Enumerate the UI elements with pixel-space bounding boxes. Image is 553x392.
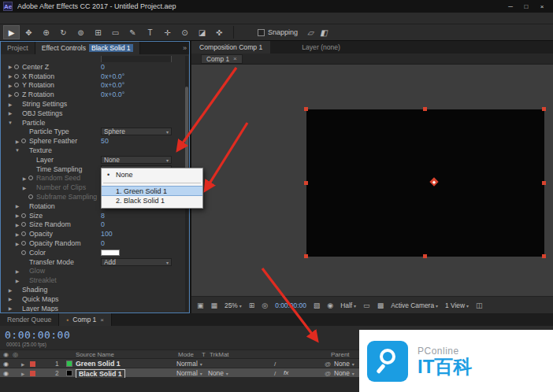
expander-icon[interactable]: ▶ (6, 92, 14, 98)
selection-handle[interactable] (423, 254, 427, 258)
effect-param-row[interactable]: ▶ Size Random 0 (2, 220, 184, 230)
param-value[interactable]: 0x+0.0° (101, 81, 124, 89)
tab-project[interactable]: Project (1, 42, 35, 54)
selection-handle[interactable] (423, 107, 427, 111)
effect-param-row[interactable]: ▶ Shading (2, 285, 184, 294)
layer-name[interactable]: Black Solid 1 (76, 369, 125, 379)
effect-param-row[interactable]: ▶ Quick Maps (2, 294, 184, 304)
stopwatch-icon[interactable] (14, 83, 22, 87)
selection-handle[interactable] (542, 254, 546, 258)
param-value[interactable]: 0x+0.0° (101, 91, 124, 98)
snapping-checkbox[interactable] (258, 29, 265, 36)
expander-icon[interactable]: ▶ (6, 110, 14, 116)
stopwatch-icon[interactable] (28, 194, 36, 199)
effect-param-row[interactable]: ▶ Opacity Random 0 (2, 239, 184, 248)
pan-behind-tool-icon[interactable]: ⊞ (90, 25, 106, 39)
dropdown-option-none[interactable]: • None (102, 170, 202, 180)
clone-stamp-tool-icon[interactable]: ⊙ (176, 25, 193, 39)
stopwatch-icon[interactable] (21, 250, 29, 255)
selection-handle[interactable] (542, 181, 546, 185)
maximize-button[interactable]: □ (518, 3, 534, 10)
zoom-tool-icon[interactable]: ⊕ (38, 25, 54, 39)
param-value[interactable]: 8 (101, 212, 105, 220)
mask-shape-tool-icon[interactable]: ▭ (107, 25, 124, 39)
expander-icon[interactable]: ▶ (6, 73, 14, 79)
tab-layer-viewer[interactable]: Layer (none) (294, 41, 348, 54)
expander-icon[interactable]: ▶ (13, 268, 21, 274)
selection-tool-icon[interactable]: ▶ (3, 25, 20, 39)
stopwatch-icon[interactable] (21, 241, 29, 246)
stopwatch-icon[interactable] (14, 65, 22, 69)
transparency-grid-icon[interactable]: ▩ (377, 301, 384, 309)
comp-pill-tab[interactable]: Comp 1 × (201, 54, 243, 64)
stopwatch-icon[interactable] (28, 176, 36, 180)
effect-param-row[interactable]: ▶ String Settings (2, 99, 184, 109)
effect-param-row[interactable]: ▶ Center Z 0 (2, 62, 184, 72)
current-timecode[interactable]: 0:00:00:00 (5, 329, 70, 341)
tab-overflow-icon[interactable]: » (183, 42, 187, 54)
expander-icon[interactable]: ▶ (6, 83, 14, 88)
expander-icon[interactable]: ▶ (20, 185, 28, 190)
stopwatch-icon[interactable] (21, 139, 29, 143)
close-icon[interactable]: × (233, 55, 237, 62)
expander-icon[interactable]: ▶ (13, 241, 21, 246)
parent-dropdown[interactable]: None (334, 359, 354, 368)
brush-tool-icon[interactable]: ✛ (159, 25, 176, 39)
effect-param-row[interactable]: Layer None (2, 155, 184, 165)
snap-option-icon[interactable]: ▱ (304, 25, 317, 39)
pixel-aspect-icon[interactable]: ◫ (476, 301, 483, 309)
stopwatch-icon[interactable] (21, 231, 29, 236)
dropdown-option-black-solid[interactable]: 2. Black Solid 1 (102, 196, 202, 206)
expander-icon[interactable]: ▶ (13, 139, 21, 144)
param-value[interactable]: 100 (101, 230, 113, 238)
color-swatch[interactable] (101, 250, 120, 256)
selection-handle[interactable] (542, 107, 546, 111)
ruler-icon[interactable]: ⊞ (249, 301, 255, 309)
effects-switch[interactable]: fx (284, 368, 288, 378)
show-channel-icon[interactable]: ◉ (327, 301, 333, 309)
expander-icon[interactable]: ▶ (13, 213, 21, 218)
blend-mode-dropdown[interactable]: Normal (176, 359, 202, 368)
selection-handle[interactable] (304, 107, 308, 111)
resolution-dropdown[interactable]: Half (340, 301, 356, 309)
view-layout-dropdown[interactable]: 1 View (445, 301, 469, 309)
composition-frame[interactable] (306, 109, 544, 257)
stopwatch-icon[interactable] (14, 74, 22, 79)
expander-icon[interactable]: ▶ (13, 203, 21, 209)
value-box[interactable] (101, 56, 172, 62)
effect-param-row[interactable]: ▶ Opacity 100 (2, 229, 184, 239)
active-camera-dropdown[interactable]: Active Camera (391, 301, 438, 309)
param-value[interactable]: 0x+0.0° (101, 72, 124, 80)
effect-param-row[interactable]: ▶ Sphere Feather 50 (2, 136, 184, 146)
effect-param-row[interactable]: ▶ Size 8 (2, 211, 184, 220)
effect-param-row[interactable]: Transfer Mode Add (2, 257, 184, 267)
stopwatch-icon[interactable] (21, 222, 29, 227)
comp-timecode[interactable]: 0:00:00:00 (275, 301, 306, 309)
eraser-tool-icon[interactable]: ◪ (194, 25, 210, 39)
close-button[interactable]: × (534, 3, 550, 10)
param-dropdown[interactable]: None (101, 156, 172, 164)
expander-icon[interactable]: ▶ (20, 176, 28, 181)
param-value[interactable]: 50 (101, 137, 109, 145)
param-value[interactable]: 0 (101, 220, 105, 228)
effect-param-row[interactable]: ▶ Layer Maps (2, 304, 184, 312)
region-of-interest-icon[interactable]: ▭ (363, 301, 370, 309)
selection-handle[interactable] (304, 181, 308, 185)
effect-param-row[interactable]: ▼ Texture (2, 146, 184, 155)
param-dropdown[interactable]: Sphere (101, 128, 172, 135)
zoom-level-dropdown[interactable]: 25% (225, 301, 242, 309)
track-matte-dropdown[interactable]: None (208, 368, 228, 378)
expander-icon[interactable]: ▶ (6, 64, 14, 69)
minimize-button[interactable]: ─ (503, 3, 518, 10)
expander-icon[interactable]: ▶ (13, 278, 21, 283)
selection-handle[interactable] (304, 254, 308, 258)
expander-icon[interactable]: ▶ (13, 231, 21, 237)
tab-comp-timeline[interactable]: Comp 1 × (59, 313, 112, 326)
effect-param-row[interactable]: ▶ X Rotation 0x+0.0° (2, 72, 184, 81)
param-dropdown[interactable]: Add (101, 258, 172, 266)
expander-icon[interactable]: ▶ (13, 222, 21, 227)
mask-visibility-icon[interactable]: ◎ (262, 301, 268, 309)
expander-icon[interactable]: ▶ (6, 296, 14, 301)
tab-render-queue[interactable]: Render Queue (0, 313, 59, 326)
tab-composition[interactable]: Composition Comp 1 (191, 41, 270, 54)
